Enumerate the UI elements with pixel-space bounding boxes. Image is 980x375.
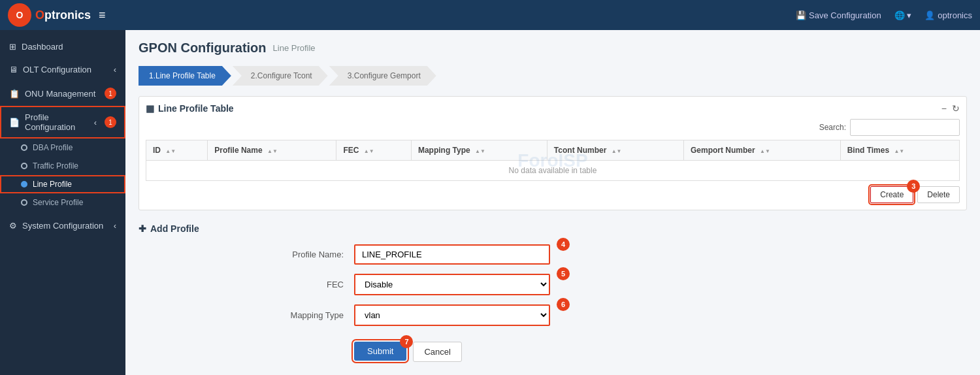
profile-name-input[interactable] <box>354 244 550 265</box>
refresh-icon[interactable]: ↻ <box>952 103 960 114</box>
col-fec[interactable]: FEC ▲▼ <box>336 140 411 161</box>
language-selector[interactable]: 🌐 ▾ <box>894 10 912 20</box>
no-data-row: No data available in table <box>146 161 960 181</box>
col-tcont-number[interactable]: Tcont Number ▲▼ <box>547 140 683 161</box>
sidebar-item-dba-profile[interactable]: DBA Profile <box>0 139 125 157</box>
page-subtitle: Line Profile <box>273 43 316 53</box>
olt-icon: 🖥 <box>9 65 18 74</box>
navbar: O Optronics ≡ 💾 Save Configuration 🌐 ▾ 👤… <box>0 0 980 30</box>
circle-icon <box>21 163 27 169</box>
circle-icon <box>21 199 27 206</box>
form-actions: Submit 7 Cancel <box>354 342 462 362</box>
col-mapping-type[interactable]: Mapping Type ▲▼ <box>411 140 547 161</box>
step-3[interactable]: 3.Configure Gemport <box>329 66 436 86</box>
sidebar-item-olt-config[interactable]: 🖥 OLT Configuration ‹ <box>0 58 125 81</box>
add-profile-title: ✚ Add Profile <box>139 223 967 234</box>
system-collapse-icon: ‹ <box>114 221 116 231</box>
steps-bar: 1.Line Profile Table 2.Configure Tcont 3… <box>139 66 967 86</box>
brand-name: Optronics <box>35 8 91 22</box>
col-id[interactable]: ID ▲▼ <box>146 140 208 161</box>
add-profile-section: ✚ Add Profile Profile Name: 4 FEC Disabl… <box>139 223 967 362</box>
olt-collapse-icon: ‹ <box>114 65 116 74</box>
navbar-right: 💾 Save Configuration 🌐 ▾ 👤 optronics <box>796 10 972 20</box>
submit-badge: 7 <box>400 335 413 348</box>
search-input[interactable] <box>850 119 960 136</box>
col-gemport-number[interactable]: Gemport Number ▲▼ <box>683 140 840 161</box>
logo-icon: O <box>8 3 31 27</box>
sidebar-item-system-config[interactable]: ⚙ System Configuration ‹ <box>0 214 125 237</box>
content-area: GPON Configuration Line Profile 1.Line P… <box>125 30 980 375</box>
table-container: ID ▲▼ Profile Name ▲▼ FEC ▲▼ Mapping Typ… <box>146 140 960 181</box>
sidebar-item-dashboard[interactable]: ⊞ Dashboard <box>0 35 125 58</box>
table-header-row: ▦ Line Profile Table − ↻ <box>146 103 960 114</box>
mapping-type-row: Mapping Type vlan gem priority 6 <box>269 304 727 326</box>
table-icon: ▦ <box>146 103 154 114</box>
save-config-button[interactable]: 💾 Save Configuration <box>796 10 881 20</box>
hamburger-icon[interactable]: ≡ <box>99 8 106 22</box>
search-row: Search: <box>146 119 960 136</box>
table-toolbar-icons: − ↻ <box>941 103 960 114</box>
fec-select[interactable]: Disable Enable <box>354 274 550 295</box>
mapping-type-badge: 6 <box>557 298 570 311</box>
page-title: GPON Configuration <box>139 41 267 56</box>
table-actions: Create 3 Delete <box>146 186 960 203</box>
profile-name-row: Profile Name: 4 <box>269 244 727 265</box>
delete-button[interactable]: Delete <box>917 186 960 203</box>
step-2[interactable]: 2.Configure Tcont <box>233 66 328 86</box>
minimize-icon[interactable]: − <box>941 103 947 114</box>
fec-row: FEC Disable Enable 5 <box>269 274 727 295</box>
user-menu[interactable]: 👤 optronics <box>924 10 972 20</box>
circle-filled-icon <box>21 181 27 188</box>
cancel-button[interactable]: Cancel <box>413 342 461 362</box>
onu-icon: 📋 <box>9 89 20 99</box>
profile-config-badge: 1 <box>105 116 116 128</box>
onu-badge: 1 <box>105 88 116 99</box>
mapping-type-select[interactable]: vlan gem priority <box>354 304 550 326</box>
search-label: Search: <box>819 123 846 132</box>
sidebar-item-profile-config[interactable]: 📄 Profile Configuration ‹ 1 <box>0 106 125 139</box>
step-1[interactable]: 1.Line Profile Table <box>139 66 231 86</box>
fec-badge: 5 <box>557 267 570 280</box>
table-section: ▦ Line Profile Table − ↻ Search: ID <box>139 96 967 210</box>
profile-config-collapse-icon: ‹ <box>94 118 97 127</box>
system-icon: ⚙ <box>9 221 17 231</box>
sidebar-item-traffic-profile[interactable]: Traffic Profile <box>0 157 125 175</box>
col-bind-times[interactable]: Bind Times ▲▼ <box>840 140 959 161</box>
circle-icon <box>21 144 27 151</box>
sidebar: ⊞ Dashboard 🖥 OLT Configuration ‹ 📋 ONU … <box>0 30 125 375</box>
main-layout: ⊞ Dashboard 🖥 OLT Configuration ‹ 📋 ONU … <box>0 30 980 375</box>
profile-icon: 📄 <box>9 118 20 127</box>
submit-button[interactable]: Submit <box>354 342 406 361</box>
dashboard-icon: ⊞ <box>9 42 16 52</box>
sidebar-item-line-profile[interactable]: Line Profile <box>0 175 125 193</box>
navbar-left: O Optronics ≡ <box>8 3 106 27</box>
logo: O Optronics <box>8 3 91 27</box>
sidebar-item-service-profile[interactable]: Service Profile <box>0 193 125 212</box>
plus-icon: ✚ <box>139 223 146 234</box>
col-profile-name[interactable]: Profile Name ▲▼ <box>208 140 336 161</box>
sidebar-item-onu-mgmt[interactable]: 📋 ONU Management 1 <box>0 81 125 106</box>
table-title: ▦ Line Profile Table <box>146 103 234 114</box>
fec-label: FEC <box>269 280 354 289</box>
profile-name-badge: 4 <box>557 238 570 251</box>
page-header: GPON Configuration Line Profile <box>139 41 967 56</box>
mapping-type-label: Mapping Type <box>269 310 354 320</box>
profile-name-label: Profile Name: <box>269 250 354 259</box>
data-table: ID ▲▼ Profile Name ▲▼ FEC ▲▼ Mapping Typ… <box>146 140 960 181</box>
